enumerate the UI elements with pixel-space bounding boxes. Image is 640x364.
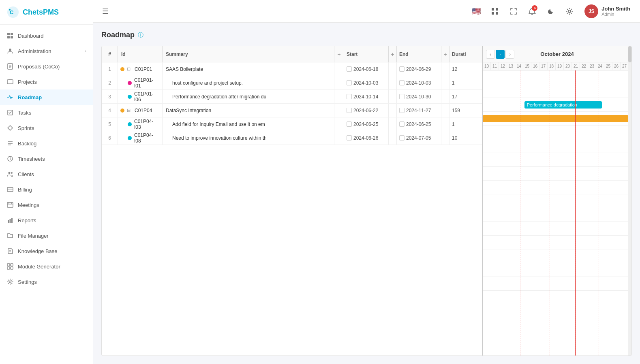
sidebar-item-tasks[interactable]: Tasks <box>0 105 93 120</box>
gantt-chart-row <box>483 181 631 194</box>
gantt-day-cell: 18 <box>548 62 556 70</box>
table-row[interactable]: 3 C01P01-I06 Performance degradation aft… <box>102 90 482 104</box>
gantt-day-cell: 10 <box>483 62 491 70</box>
col-start-add[interactable]: + <box>389 46 397 62</box>
sidebar-item-timesheets[interactable]: Timesheets <box>0 151 93 166</box>
table-row[interactable]: 6 C01P04-I08 Need to improve innovation … <box>102 131 482 145</box>
gantt-chart-body: Performance degradation <box>483 70 631 355</box>
sidebar-item-module-generator[interactable]: Module Generator <box>0 259 93 274</box>
gantt-scrollbar[interactable] <box>628 46 631 355</box>
gantt-days-row: 1011121314151617181920212223242526272829… <box>483 62 631 70</box>
gantt-chart-row <box>483 84 631 98</box>
sidebar-item-label: Settings <box>18 279 86 285</box>
cell-num: 5 <box>102 117 118 131</box>
table-row[interactable]: 1 ⊟ C01P01 SAAS Boilerplate 2024-06-18 2… <box>102 62 482 76</box>
dark-mode-button[interactable] <box>544 4 558 18</box>
cell-add[interactable] <box>334 90 344 103</box>
cell-id: C01P04-I08 <box>118 131 163 145</box>
svg-rect-31 <box>7 264 10 266</box>
col-header-duration: Durati <box>449 46 482 62</box>
sidebar-item-meetings[interactable]: Meetings <box>0 197 93 213</box>
sidebar-item-billing[interactable]: Billing <box>0 182 93 197</box>
gantt-scrollbar-thumb <box>628 46 631 62</box>
cell-start: 2024-06-22 <box>344 104 389 117</box>
sidebar-item-label: Tasks <box>18 110 86 116</box>
menu-toggle-button[interactable]: ☰ <box>100 4 111 18</box>
cell-add[interactable] <box>334 117 344 131</box>
table-row[interactable]: 4 ⊟ C01P04 DataSync Integration 2024-06-… <box>102 104 482 117</box>
cell-add[interactable] <box>334 104 344 117</box>
gantt-prev-button[interactable]: ‹ <box>486 50 495 59</box>
col-header-summary: Summary <box>163 46 334 62</box>
backlog-icon <box>6 140 14 147</box>
notifications-button[interactable]: 6 <box>525 4 539 18</box>
clients-icon <box>6 170 14 178</box>
sidebar-item-settings[interactable]: Settings <box>0 274 93 289</box>
gantt-day-cell: 17 <box>539 62 548 70</box>
cell-start: 2024-06-25 <box>344 117 389 131</box>
header-settings-button[interactable] <box>563 4 576 18</box>
sidebar-item-knowledge-base[interactable]: Knowledge Base <box>0 243 93 259</box>
user-profile-button[interactable]: JS John Smith Admin <box>581 3 634 20</box>
sidebar-item-label: Roadmap <box>18 94 86 100</box>
info-icon[interactable]: ⓘ <box>138 32 143 39</box>
cell-end: 2024-07-05 <box>397 131 441 145</box>
sidebar-item-roadmap[interactable]: Roadmap <box>0 89 93 105</box>
sidebar-item-label: Reports <box>18 217 86 224</box>
sidebar-item-label: Meetings <box>18 202 86 208</box>
fullscreen-icon <box>510 8 517 15</box>
svg-rect-36 <box>492 8 494 11</box>
sidebar-item-label: Timesheets <box>18 156 86 162</box>
cell-id: ⊟ C01P01 <box>118 62 163 76</box>
col-add-button[interactable]: + <box>334 46 344 62</box>
svg-rect-20 <box>7 187 13 192</box>
gantt-day-cell: 15 <box>523 62 531 70</box>
table-row[interactable]: 2 C01P01-I01 host configure and project … <box>102 76 482 90</box>
sidebar-item-sprints[interactable]: Sprints <box>0 120 93 136</box>
logo[interactable]: C ChetsPMS <box>0 0 93 25</box>
notification-badge: 6 <box>532 5 537 11</box>
cell-add[interactable] <box>334 76 344 89</box>
gantt-next-button[interactable]: › <box>505 50 514 59</box>
gantt-guide-line <box>599 70 599 355</box>
header: ☰ 🇺🇸 6 JS John Smith <box>93 0 640 23</box>
language-selector[interactable]: 🇺🇸 <box>469 4 483 18</box>
svg-point-18 <box>9 172 11 174</box>
cell-summary: Performance degradation after migration … <box>163 90 334 103</box>
user-name: John Smith <box>601 6 630 12</box>
sidebar-item-backlog[interactable]: Backlog <box>0 136 93 151</box>
gantt-guide-line <box>550 70 550 355</box>
cell-end-add <box>441 62 449 76</box>
sidebar-item-proposals[interactable]: Proposals (CoCo) <box>0 59 93 74</box>
cell-summary: Add field for Inquiry Email and use it o… <box>163 117 334 131</box>
cell-add[interactable] <box>334 131 344 145</box>
dashboard-icon <box>6 32 14 39</box>
flag-icon: 🇺🇸 <box>472 7 481 16</box>
sidebar-item-label: Projects <box>18 79 86 85</box>
cell-duration: 10 <box>449 131 482 145</box>
sidebar-item-file-manager[interactable]: File Manager <box>0 228 93 243</box>
tasks-icon <box>6 109 14 116</box>
gantt-chart-row <box>483 194 631 208</box>
apps-button[interactable] <box>488 4 502 18</box>
fullscreen-button[interactable] <box>507 4 520 18</box>
cell-start-add <box>389 76 397 89</box>
cell-end: 2024-06-25 <box>397 117 441 131</box>
sidebar-item-projects[interactable]: Projects <box>0 74 93 89</box>
col-end-add[interactable]: + <box>441 46 449 62</box>
sidebar-item-clients[interactable]: Clients <box>0 166 93 182</box>
cell-add[interactable] <box>334 62 344 76</box>
gantt-table: # Id Summary + Start + End + Durati 1 ⊟ … <box>102 46 483 355</box>
table-row[interactable]: 5 C01P04-I03 Add field for Inquiry Email… <box>102 117 482 131</box>
settings-icon <box>6 278 14 285</box>
reports-icon <box>6 217 14 224</box>
cell-start-add <box>389 131 397 145</box>
sidebar-item-administration[interactable]: Administration › <box>0 43 93 59</box>
gantt-chart-row <box>483 139 631 153</box>
sidebar-item-reports[interactable]: Reports <box>0 213 93 228</box>
files-icon <box>6 232 14 239</box>
gantt-guide-line <box>575 70 576 355</box>
gantt-day-cell: 14 <box>515 62 523 70</box>
gantt-today-button[interactable]: · <box>496 50 505 59</box>
sidebar-item-dashboard[interactable]: Dashboard <box>0 28 93 43</box>
